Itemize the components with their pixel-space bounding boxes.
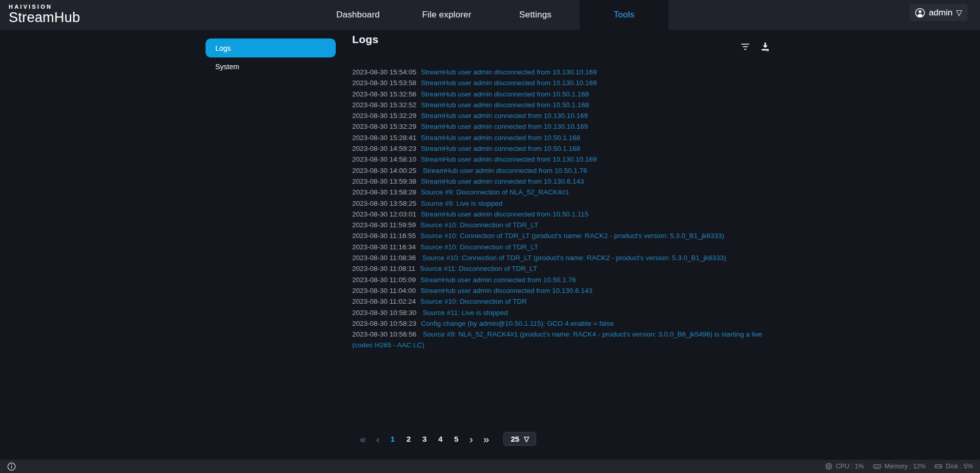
pagination-next-icon[interactable]: › [469, 433, 473, 444]
log-timestamp: 2023-08-30 13:59:38 [352, 178, 416, 185]
log-message: StreamHub user admin disconnected from 1… [421, 155, 597, 163]
log-message: StreamHub user admin connected from 10.5… [421, 134, 580, 142]
log-timestamp: 2023-08-30 10:58:23 [352, 320, 416, 327]
status-bar: CPU : 1% Memory : 12% Disk : 5% [0, 460, 980, 473]
log-entry-wrap: (codec H265 - AAC LC) [352, 340, 778, 350]
log-message: StreamHub user admin disconnected from 1… [421, 210, 588, 218]
log-entry: 2023-08-30 11:05:09StreamHub user admin … [352, 274, 778, 285]
chevron-down-icon: ▽ [956, 9, 962, 16]
log-timestamp: 2023-08-30 15:28:41 [352, 134, 416, 142]
page-size-chevron-down-icon: ▽ [524, 436, 529, 442]
log-timestamp: 2023-08-30 11:16:55 [352, 232, 416, 240]
log-entry: 2023-08-30 14:58:10StreamHub user admin … [352, 154, 778, 165]
log-message: Source #9: NLA_52_RACK4#1 (product's nam… [421, 330, 762, 338]
log-timestamp: 2023-08-30 11:02:24 [352, 298, 416, 305]
log-message: StreamHub user admin connected from 10.1… [421, 112, 588, 120]
log-entry: 2023-08-30 15:28:41StreamHub user admin … [352, 132, 778, 143]
log-message: Source #9: Live is stopped [421, 200, 502, 207]
log-entry: 2023-08-30 15:32:29StreamHub user admin … [352, 110, 778, 121]
download-icon[interactable] [760, 42, 770, 52]
log-message: Source #10: Disconnection of TDR [420, 298, 527, 305]
page-size-value: 25 [511, 435, 520, 443]
info-icon[interactable] [7, 462, 16, 471]
disk-icon [934, 463, 943, 470]
log-timestamp: 2023-08-30 15:32:29 [352, 112, 416, 120]
log-message: Config change (by admin@10.50.1.115): GC… [421, 320, 614, 327]
sidebar-item-system[interactable]: System [206, 58, 336, 75]
filter-icon[interactable] [741, 43, 750, 51]
pagination-page-4[interactable]: 4 [434, 435, 447, 443]
pagination: « ‹ 12345 › » 25 ▽ [355, 431, 536, 446]
log-message: StreamHub user admin disconnected from 1… [421, 68, 597, 76]
log-message: Source #10: Disconnection of TDR_LT [420, 243, 538, 251]
log-timestamp: 2023-08-30 14:58:10 [352, 155, 416, 163]
log-message: StreamHub user admin disconnected from 1… [421, 79, 597, 87]
log-timestamp: 2023-08-30 14:00:25 [352, 167, 416, 174]
log-entry: 2023-08-30 15:32:56StreamHub user admin … [352, 89, 778, 100]
pagination-page-3[interactable]: 3 [418, 435, 431, 443]
log-message: (codec H265 - AAC LC) [352, 341, 424, 349]
log-timestamp: 2023-08-30 15:32:56 [352, 90, 416, 98]
log-timestamp: 2023-08-30 11:08:11 [352, 265, 415, 272]
log-message: StreamHub user admin connected from 10.5… [421, 145, 580, 152]
log-message: Source #10: Connection of TDR_LT (produc… [420, 254, 726, 262]
log-message: StreamHub user admin disconnected from 1… [421, 167, 587, 174]
log-entry: 2023-08-30 15:32:52StreamHub user admin … [352, 100, 778, 110]
tab-file-explorer[interactable]: File explorer [402, 0, 491, 30]
header: HAIVISION StreamHub DashboardFile explor… [0, 0, 980, 30]
log-entry: 2023-08-30 13:58:28Source #9: Disconnect… [352, 187, 778, 198]
log-message: Source #10: Connection of TDR_LT (produc… [420, 232, 724, 240]
tab-settings[interactable]: Settings [491, 0, 580, 30]
log-message: StreamHub user admin disconnected from 1… [421, 90, 589, 98]
nav-tabs: DashboardFile explorerSettingsTools [314, 0, 668, 30]
log-entry: 2023-08-30 11:02:24Source #10: Disconnec… [352, 296, 778, 307]
pagination-page-2[interactable]: 2 [402, 435, 415, 443]
log-message: StreamHub user admin connected from 10.1… [421, 178, 584, 185]
log-entry: 2023-08-30 11:08:36 Source #10: Connecti… [352, 252, 778, 263]
log-message: StreamHub user admin connected from 10.5… [420, 276, 576, 284]
memory-icon [873, 463, 882, 470]
log-message: StreamHub user admin connected from 10.1… [421, 123, 588, 130]
page-size-dropdown[interactable]: 25 ▽ [503, 432, 536, 446]
log-timestamp: 2023-08-30 11:59:59 [352, 221, 416, 229]
log-entry: 2023-08-30 13:59:38StreamHub user admin … [352, 176, 778, 187]
user-name: admin [929, 8, 952, 18]
cpu-stat: CPU : 1% [825, 462, 864, 470]
pagination-first-icon[interactable]: « [360, 433, 366, 444]
disk-label: Disk : 5% [946, 463, 973, 470]
user-menu-button[interactable]: admin ▽ [909, 4, 968, 21]
log-entry: 2023-08-30 15:54:05StreamHub user admin … [352, 67, 778, 77]
log-message: StreamHub user admin disconnected from 1… [420, 287, 592, 294]
log-entry: 2023-08-30 10:58:30 Source #11: Live is … [352, 307, 778, 318]
system-stats: CPU : 1% Memory : 12% Disk : 5% [825, 462, 973, 470]
brand-logo: HAIVISION StreamHub [9, 4, 80, 26]
pagination-last-icon[interactable]: » [483, 433, 489, 444]
log-entry: 2023-08-30 11:16:34Source #10: Disconnec… [352, 242, 778, 252]
log-timestamp: 2023-08-30 15:54:05 [352, 68, 416, 76]
log-timestamp: 2023-08-30 11:08:36 [352, 254, 416, 262]
page-title: Logs [352, 33, 378, 46]
log-timestamp: 2023-08-30 15:53:58 [352, 79, 416, 87]
tab-tools[interactable]: Tools [580, 0, 668, 30]
pagination-page-1[interactable]: 1 [386, 435, 399, 443]
disk-stat: Disk : 5% [934, 463, 973, 470]
log-timestamp: 2023-08-30 11:16:34 [352, 243, 416, 251]
sidebar-item-logs[interactable]: Logs [206, 38, 336, 57]
brand-haivision-label: HAIVISION [9, 4, 80, 10]
log-entry: 2023-08-30 12:03:01StreamHub user admin … [352, 209, 778, 220]
cpu-icon [825, 462, 833, 470]
log-message: Source #10: Disconnection of TDR_LT [420, 221, 538, 229]
pagination-pages: 12345 [385, 435, 464, 443]
memory-label: Memory : 12% [885, 463, 926, 470]
log-timestamp: 2023-08-30 11:05:09 [352, 276, 416, 284]
pagination-page-5[interactable]: 5 [450, 435, 463, 443]
pagination-prev-icon[interactable]: ‹ [376, 433, 380, 444]
log-list: 2023-08-30 15:54:05StreamHub user admin … [352, 67, 778, 351]
log-entry: 2023-08-30 11:59:59Source #10: Disconnec… [352, 220, 778, 230]
log-timestamp: 2023-08-30 13:58:25 [352, 200, 416, 207]
sidebar: LogsSystem [206, 38, 336, 75]
log-timestamp: 2023-08-30 13:58:28 [352, 188, 416, 196]
log-entry: 2023-08-30 15:32:29StreamHub user admin … [352, 121, 778, 132]
log-entry: 2023-08-30 14:00:25 StreamHub user admin… [352, 165, 778, 176]
tab-dashboard[interactable]: Dashboard [314, 0, 402, 30]
